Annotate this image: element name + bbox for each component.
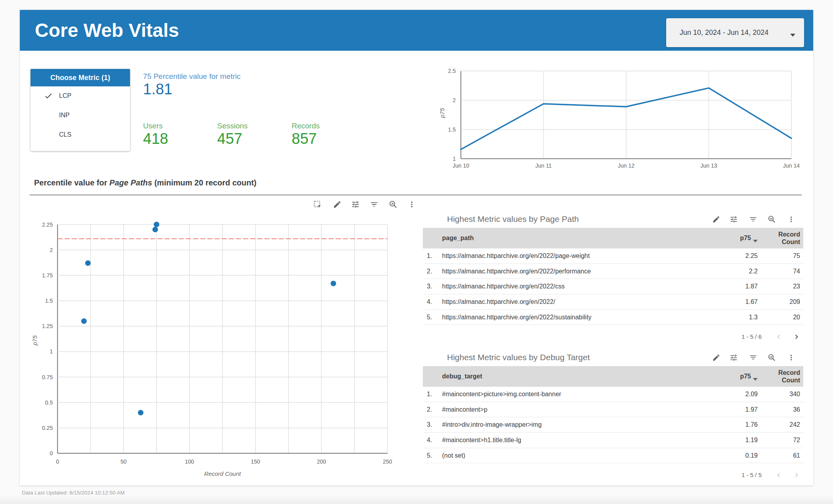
svg-text:0.75: 0.75 (42, 374, 53, 380)
edit-icon[interactable] (333, 200, 342, 209)
sort-desc-icon (753, 375, 758, 378)
sort-desc-icon (753, 237, 758, 240)
svg-text:1: 1 (50, 348, 53, 355)
scorecard-percentile-label: 75 Percentile value for metric (143, 72, 241, 81)
table-row[interactable]: 4.#maincontent>h1.title.title-lg1.1972 (423, 433, 803, 448)
column-header-record-count[interactable]: Record Count (775, 366, 800, 387)
column-header-p75[interactable]: p75 (740, 228, 758, 248)
date-range-control[interactable]: Jun 10, 2024 - Jun 14, 2024 (666, 18, 804, 47)
metric-selector: Choose Metric (1) LCPINPCLS (31, 69, 130, 151)
edit-icon[interactable] (712, 215, 720, 223)
scorecard-sessions-value: 457 (217, 130, 242, 147)
scorecard-sessions-label: Sessions (217, 122, 248, 130)
svg-text:0: 0 (50, 450, 53, 456)
table-cell: 1.67 (745, 294, 758, 309)
metric-selector-header[interactable]: Choose Metric (1) (31, 69, 130, 86)
zoom-area-icon[interactable] (768, 353, 776, 362)
table-row[interactable]: 1.https://almanac.httparchive.org/en/202… (423, 248, 803, 264)
filter-icon[interactable] (749, 215, 757, 223)
table-row[interactable]: 5.https://almanac.httparchive.org/en/202… (423, 310, 803, 325)
marquee-select-icon[interactable] (313, 200, 322, 209)
svg-text:250: 250 (383, 458, 392, 465)
table-cell: https://almanac.httparchive.org/en/2022/… (442, 310, 592, 325)
line-chart[interactable]: 11.522.5Jun 10Jun 11Jun 12Jun 13Jun 14p7… (412, 55, 812, 174)
table-cell: 2.09 (745, 387, 758, 402)
svg-text:2.5: 2.5 (448, 68, 456, 74)
table-cell: 2.2 (749, 264, 758, 279)
scatter-chart[interactable]: 05010015020025000.250.50.7511.251.51.752… (32, 216, 420, 485)
column-header-record-count[interactable]: Record Count (775, 228, 800, 248)
pagination-prev-icon[interactable] (774, 332, 783, 341)
table-row[interactable]: 4.https://almanac.httparchive.org/en/202… (423, 294, 803, 310)
tune-icon[interactable] (351, 200, 360, 209)
scorecard-records-value: 857 (292, 130, 317, 147)
svg-text:Jun 14: Jun 14 (783, 162, 800, 169)
column-header-p75[interactable]: p75 (740, 366, 758, 387)
table-header-row: debug_target p75 Record Count (423, 366, 803, 387)
table-row[interactable]: 2.https://almanac.httparchive.org/en/202… (423, 264, 803, 279)
column-header-dimension[interactable]: debug_target (442, 366, 482, 387)
report-canvas: Core Web Vitals Jun 10, 2024 - Jun 14, 2… (20, 10, 813, 485)
table-cell: #maincontent>h1.title.title-lg (442, 433, 522, 448)
svg-text:Jun 11: Jun 11 (535, 162, 552, 169)
more-vert-icon[interactable] (407, 200, 416, 209)
pagination-next-icon[interactable] (792, 332, 801, 341)
svg-text:1: 1 (453, 156, 456, 162)
table-page-path: Highest Metric values by Page Path page_… (423, 210, 803, 347)
svg-text:200: 200 (317, 458, 327, 465)
table-row[interactable]: 5.(not set)0.1961 (423, 448, 803, 464)
table-cell: 1.87 (745, 279, 758, 294)
pagination-next-icon[interactable] (792, 471, 801, 479)
svg-text:Jun 12: Jun 12 (618, 162, 634, 169)
table-cell: 75 (793, 248, 800, 263)
filter-icon[interactable] (749, 353, 757, 362)
table-cell: 20 (793, 310, 800, 325)
table-cell: 4. (427, 433, 432, 448)
metric-option-label: INP (59, 112, 70, 119)
edit-icon[interactable] (712, 353, 720, 362)
header-bar: Core Web Vitals Jun 10, 2024 - Jun 14, 2… (20, 10, 813, 51)
metric-options: LCPINPCLS (31, 86, 130, 144)
table-cell: 242 (789, 417, 800, 432)
svg-text:1.5: 1.5 (448, 126, 456, 133)
svg-text:Jun 10: Jun 10 (453, 162, 469, 169)
svg-text:0.25: 0.25 (42, 425, 53, 431)
table-cell: #maincontent>p (442, 402, 487, 417)
zoom-area-icon[interactable] (768, 215, 776, 223)
zoom-area-icon[interactable] (389, 200, 397, 209)
metric-option-cls[interactable]: CLS (31, 125, 130, 144)
svg-text:2: 2 (50, 247, 53, 253)
table-cell: 1.97 (745, 402, 758, 417)
tune-icon[interactable] (730, 353, 738, 362)
svg-text:2: 2 (453, 97, 456, 103)
table-cell: 36 (793, 402, 800, 417)
scorecard-percentile-value: 1.81 (143, 81, 172, 98)
table-cell: https://almanac.httparchive.org/en/2022/ (442, 294, 556, 309)
metric-option-inp[interactable]: INP (31, 106, 130, 125)
section-title: Percentile value for Page Paths (minimum… (34, 178, 256, 187)
table-cell: 23 (793, 279, 800, 294)
table-row[interactable]: 3.#intro>div.intro-image-wrapper>img1.76… (423, 417, 803, 433)
filter-icon[interactable] (370, 200, 378, 209)
table-row[interactable]: 1.#maincontent>picture>img.content-banne… (423, 387, 803, 402)
table-cell: 1. (427, 387, 432, 402)
table-row[interactable]: 2.#maincontent>p1.9736 (423, 402, 803, 418)
table-cell: 72 (793, 433, 800, 448)
svg-text:p75: p75 (439, 108, 445, 118)
check-icon (44, 92, 53, 100)
table-cell: 1.19 (745, 433, 758, 448)
table-title: Highest Metric values by Page Path (447, 213, 579, 225)
more-vert-icon[interactable] (787, 353, 795, 362)
table-header-row: page_path p75 Record Count (423, 228, 803, 248)
metric-option-lcp[interactable]: LCP (31, 86, 130, 106)
table-cell: 1.76 (745, 417, 758, 432)
column-header-dimension[interactable]: page_path (442, 228, 474, 248)
table-row[interactable]: 3.https://almanac.httparchive.org/en/202… (423, 279, 803, 294)
more-vert-icon[interactable] (787, 215, 795, 223)
tune-icon[interactable] (730, 215, 738, 223)
scorecard-users-value: 418 (143, 130, 168, 147)
scorecard-records-label: Records (292, 122, 320, 130)
pagination-prev-icon[interactable] (774, 471, 783, 479)
scorecard-users-label: Users (143, 122, 163, 130)
svg-text:p75: p75 (32, 335, 38, 346)
